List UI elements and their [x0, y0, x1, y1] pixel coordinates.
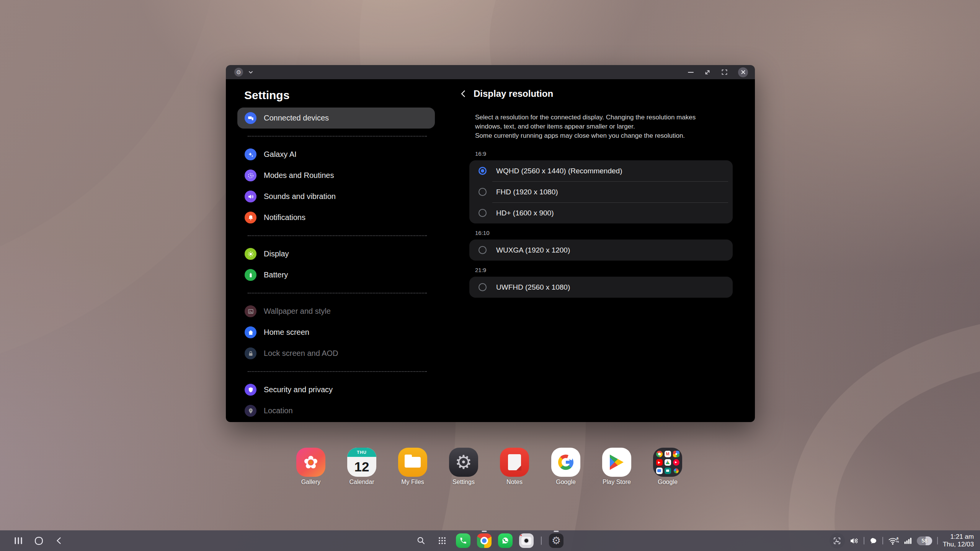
- resolution-option-wuxga[interactable]: WUXGA (1920 x 1200): [469, 240, 733, 261]
- radio-unselected[interactable]: [479, 209, 487, 217]
- aspect-ratio-label: 16:9: [475, 150, 733, 157]
- screen-capture-icon[interactable]: [830, 533, 845, 548]
- chrome-icon[interactable]: [477, 533, 492, 548]
- sidebar-item-label: Wallpaper and style: [264, 307, 331, 316]
- radio-unselected[interactable]: [479, 188, 487, 196]
- google-icon: [551, 448, 580, 477]
- resolution-groups: 16:9WQHD (980 x 551) (Recommended)FHD …: [469, 144, 733, 298]
- desktop-shortcut-label: Google: [658, 479, 678, 486]
- window-menu-chevron-down-icon[interactable]: [248, 70, 253, 74]
- home-button[interactable]: [34, 536, 43, 545]
- settings-window-body: Settings Connected devicesGalaxy AIModes…: [226, 79, 755, 422]
- gear-glyph: ⚙: [552, 536, 561, 546]
- connected-devices-icon: [245, 112, 256, 124]
- desktop-icon-row: ✿GalleryTHU12CalendarMy Files⚙SettingsNo…: [0, 448, 980, 494]
- sidebar-item-notifications[interactable]: Notifications: [237, 207, 435, 228]
- desktop-shortcut-google-folder[interactable]: M▶▶Google: [641, 448, 694, 486]
- sidebar-item-label: Galaxy AI: [264, 150, 297, 159]
- desktop-shortcut-label: My Files: [401, 479, 424, 486]
- resolution-option-wqhd[interactable]: WQHD (980 x 551) (Recommended): [469, 160, 733, 181]
- clock-date: Thu, 12/03: [943, 541, 974, 548]
- desktop-shortcut-label: Gallery: [301, 479, 321, 486]
- status-divider: [864, 537, 864, 544]
- photos-mini-icon: [673, 468, 679, 474]
- sidebar-item-battery[interactable]: Battery: [237, 264, 435, 285]
- settings-icon: ⚙: [449, 448, 478, 477]
- desktop-shortcut-settings[interactable]: ⚙Settings: [437, 448, 490, 486]
- play-triangle-glyph: [610, 455, 624, 470]
- display-resolution-pane: Display resolution Select a resolution f…: [469, 79, 737, 422]
- apps-grid-icon[interactable]: [435, 533, 449, 548]
- sidebar-divider: [248, 136, 427, 137]
- sidebar-item-security-and-privacy[interactable]: Security and privacy: [237, 379, 435, 400]
- navigation-buttons: [14, 530, 64, 551]
- back-nav-button[interactable]: [54, 536, 64, 545]
- sidebar-item-label: Location: [264, 406, 293, 415]
- maps-mini-icon: [673, 451, 679, 457]
- status-divider: [882, 537, 883, 544]
- resize-button[interactable]: [704, 69, 711, 76]
- sidebar-item-modes-and-routines[interactable]: Modes and Routines: [237, 165, 435, 186]
- dock-divider: [541, 536, 542, 545]
- sidebar-item-label: Lock screen and AOD: [264, 349, 338, 358]
- sidebar-divider: [248, 293, 427, 293]
- resolution-option-fhd[interactable]: FHD (1920 x 1080): [469, 181, 733, 202]
- battery-icon: [245, 269, 256, 281]
- fullscreen-button[interactable]: [721, 69, 728, 75]
- taskbar: ⚙ 6 58 1:21 am Thu, 12/03: [0, 530, 980, 551]
- option-separator: [492, 202, 728, 203]
- desktop-shortcut-calendar[interactable]: THU12Calendar: [335, 448, 389, 486]
- sidebar-item-label: Sounds and vibration: [264, 192, 336, 201]
- dock-settings-icon[interactable]: ⚙: [549, 533, 564, 548]
- resolution-option-label: HD+ (1600 x 900): [496, 209, 554, 217]
- sidebar-item-galaxy-ai[interactable]: Galaxy AI: [237, 144, 435, 165]
- cellular-signal-icon[interactable]: [904, 537, 912, 544]
- aspect-ratio-label: 16:10: [475, 230, 733, 236]
- close-button[interactable]: [738, 67, 748, 77]
- wallpaper-icon: [245, 305, 256, 317]
- desktop-shortcut-my-files[interactable]: My Files: [386, 448, 439, 486]
- sidebar-item-sounds-and-vibration[interactable]: Sounds and vibration: [237, 186, 435, 207]
- desktop-shortcut-google[interactable]: Google: [539, 448, 593, 486]
- sidebar-item-home-screen[interactable]: Home screen: [237, 322, 435, 343]
- notes-icon: [500, 448, 529, 477]
- sidebar-item-display[interactable]: Display: [237, 243, 435, 264]
- desktop-shortcut-notes[interactable]: Notes: [488, 448, 541, 486]
- yt-music-mini-icon: ▶: [673, 459, 679, 466]
- recents-button[interactable]: [14, 536, 23, 545]
- camera-icon[interactable]: [519, 533, 534, 548]
- messages-bubble-icon[interactable]: [869, 537, 877, 545]
- search-icon[interactable]: [414, 533, 428, 548]
- settings-app-icon[interactable]: ⚙: [234, 68, 243, 77]
- sidebar-item-label: Home screen: [264, 328, 309, 337]
- google-g-logo: [558, 455, 573, 470]
- resolution-option-uwfhd[interactable]: UWFHD (2560 x 1080): [469, 277, 733, 298]
- back-button[interactable]: [459, 89, 469, 99]
- resolution-option-label: FHD (1920 x 1080): [496, 188, 558, 196]
- phone-icon[interactable]: [456, 533, 470, 548]
- battery-indicator[interactable]: 58: [917, 536, 932, 545]
- radio-selected[interactable]: [479, 167, 487, 175]
- resolution-option-label: WQHD (980 x 551) (Recommended): [496, 167, 622, 175]
- sidebar-divider: [248, 371, 427, 372]
- sidebar-item-location[interactable]: Location: [237, 400, 435, 421]
- note-glyph: [508, 454, 521, 470]
- display-icon: [245, 248, 256, 260]
- radio-unselected[interactable]: [479, 246, 487, 254]
- radio-unselected[interactable]: [479, 283, 487, 291]
- sidebar-item-connected-devices[interactable]: Connected devices: [237, 108, 435, 129]
- minimize-button[interactable]: [688, 72, 694, 73]
- mute-vibrate-icon[interactable]: [850, 536, 859, 545]
- sidebar-item-wallpaper-and-style[interactable]: Wallpaper and style: [237, 301, 435, 322]
- lock-screen-icon: [245, 347, 256, 359]
- resolution-option-hd[interactable]: HD+ (1600 x 900): [469, 202, 733, 223]
- clock[interactable]: 1:21 am Thu, 12/03: [943, 533, 974, 548]
- sidebar-item-lock-screen-and-aod[interactable]: Lock screen and AOD: [237, 343, 435, 364]
- wifi-6-icon[interactable]: 6: [888, 536, 899, 546]
- gallery-icon: ✿: [296, 448, 325, 477]
- gear-glyph: ⚙: [455, 453, 472, 472]
- desktop-shortcut-play-store[interactable]: Play Store: [590, 448, 644, 486]
- running-indicator: [482, 531, 487, 532]
- whatsapp-icon[interactable]: [498, 533, 513, 548]
- desktop-shortcut-gallery[interactable]: ✿Gallery: [284, 448, 338, 486]
